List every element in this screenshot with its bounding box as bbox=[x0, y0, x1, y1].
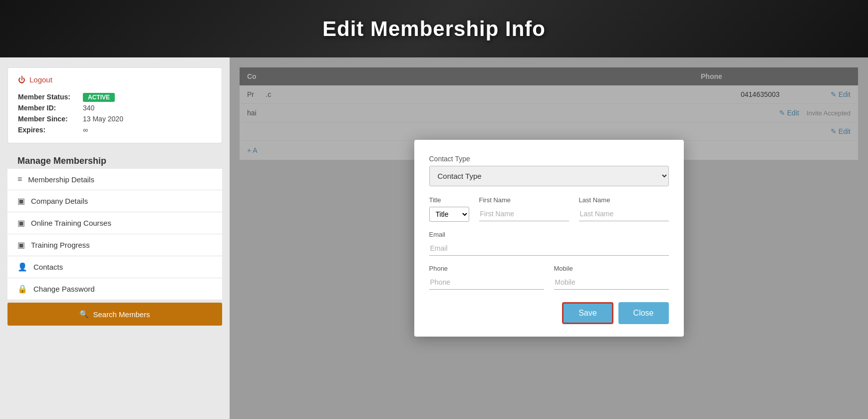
book-icon: ▣ bbox=[17, 218, 25, 228]
title-label: Title bbox=[429, 196, 469, 204]
mobile-label: Mobile bbox=[554, 265, 669, 272]
mobile-input[interactable] bbox=[554, 275, 669, 290]
person-icon: 👤 bbox=[17, 262, 27, 272]
power-icon: ⏻ bbox=[18, 75, 25, 84]
first-name-input[interactable] bbox=[479, 207, 569, 221]
name-row: Title Title Mr Mrs Ms Dr First Name Last… bbox=[429, 196, 669, 222]
chart-icon: ▣ bbox=[17, 240, 25, 250]
save-button[interactable]: Save bbox=[562, 302, 613, 324]
phone-label: Phone bbox=[429, 265, 544, 272]
expires-value: ∞ bbox=[83, 124, 212, 135]
manage-membership-title: Manage Membership bbox=[7, 151, 222, 169]
search-icon: 🔍 bbox=[79, 310, 89, 319]
search-members-label: Search Members bbox=[93, 310, 150, 319]
email-input[interactable] bbox=[429, 241, 669, 256]
sidebar-item-label: Online Training Courses bbox=[31, 219, 111, 227]
sidebar-item-label: Company Details bbox=[31, 197, 88, 205]
title-select[interactable]: Title Mr Mrs Ms Dr bbox=[429, 207, 469, 222]
logout-button[interactable]: ⏻ Logout bbox=[18, 75, 52, 84]
email-label: Email bbox=[429, 231, 669, 238]
sidebar-item-company-details[interactable]: ▣ Company Details bbox=[7, 190, 222, 212]
building-icon: ▣ bbox=[17, 196, 25, 206]
member-info: Member Status: ACTIVE Member ID: 340 Mem… bbox=[18, 91, 212, 135]
active-badge: ACTIVE bbox=[83, 93, 115, 102]
modal-actions: Save Close bbox=[429, 302, 669, 324]
phone-group: Phone bbox=[429, 265, 544, 290]
contact-type-select[interactable]: Contact Type Primary Secondary Billing T… bbox=[429, 166, 669, 186]
header-banner: Edit Membership Info bbox=[0, 0, 868, 57]
sidebar: ⏻ Logout Member Status: ACTIVE Member ID… bbox=[0, 57, 230, 419]
logout-label: Logout bbox=[29, 75, 52, 84]
last-name-group: Last Name bbox=[579, 196, 669, 222]
sidebar-item-change-password[interactable]: 🔒 Change Password bbox=[7, 278, 222, 300]
sidebar-card-user: ⏻ Logout Member Status: ACTIVE Member ID… bbox=[7, 67, 222, 143]
last-name-input[interactable] bbox=[579, 207, 669, 221]
member-since-value: 13 May 2020 bbox=[83, 113, 212, 124]
title-group: Title Title Mr Mrs Ms Dr bbox=[429, 196, 469, 222]
sidebar-item-label: Contacts bbox=[33, 263, 63, 271]
member-id-value: 340 bbox=[83, 102, 212, 113]
main-content: ⏻ Logout Member Status: ACTIVE Member ID… bbox=[0, 57, 868, 419]
nav-menu: ≡ Membership Details ▣ Company Details ▣… bbox=[7, 169, 222, 300]
phone-input[interactable] bbox=[429, 275, 544, 290]
member-id-label: Member ID: bbox=[18, 102, 83, 113]
contact-type-section-label: Contact Type bbox=[429, 155, 669, 163]
sidebar-item-online-training[interactable]: ▣ Online Training Courses bbox=[7, 212, 222, 234]
member-status-label: Member Status: bbox=[18, 91, 83, 102]
sidebar-item-training-progress[interactable]: ▣ Training Progress bbox=[7, 234, 222, 256]
sidebar-item-membership-details[interactable]: ≡ Membership Details bbox=[7, 169, 222, 190]
expires-label: Expires: bbox=[18, 124, 83, 135]
sidebar-item-label: Training Progress bbox=[31, 241, 90, 249]
last-name-label: Last Name bbox=[579, 196, 669, 204]
sidebar-item-label: Membership Details bbox=[28, 175, 94, 184]
page-title: Edit Membership Info bbox=[322, 17, 546, 41]
first-name-label: First Name bbox=[479, 196, 569, 204]
sidebar-item-label: Change Password bbox=[33, 285, 95, 293]
first-name-group: First Name bbox=[479, 196, 569, 222]
list-icon: ≡ bbox=[17, 175, 22, 184]
modal-add-contact: Contact Type Contact Type Primary Second… bbox=[414, 140, 684, 337]
search-members-button[interactable]: 🔍 Search Members bbox=[7, 303, 222, 326]
phone-row: Phone Mobile bbox=[429, 265, 669, 290]
member-since-label: Member Since: bbox=[18, 113, 83, 124]
mobile-group: Mobile bbox=[554, 265, 669, 290]
email-group: Email bbox=[429, 231, 669, 256]
right-content: Co Phone Pr .c 0414635003 ✎ Edit hai ✎ E… bbox=[230, 57, 868, 419]
sidebar-item-contacts[interactable]: 👤 Contacts bbox=[7, 256, 222, 278]
lock-icon: 🔒 bbox=[17, 284, 27, 294]
close-button[interactable]: Close bbox=[618, 302, 669, 324]
